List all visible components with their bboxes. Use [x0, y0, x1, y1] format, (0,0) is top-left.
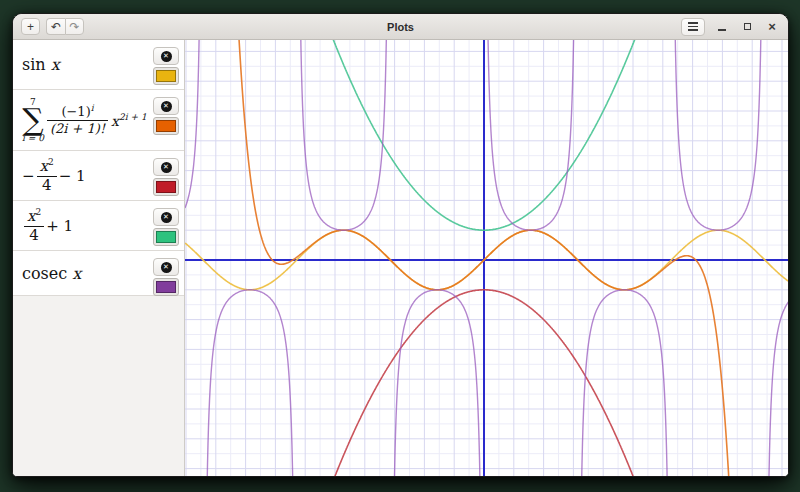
minimize-button[interactable] [714, 19, 730, 35]
maximize-icon [744, 23, 751, 30]
menu-button[interactable] [681, 18, 705, 36]
equation-sidebar: sin x ✕ 7 ∑ i = 0 [13, 40, 185, 476]
hamburger-icon [688, 22, 698, 24]
titlebar[interactable]: + ↶ ↷ Plots × [13, 14, 788, 40]
color-swatch [156, 120, 176, 132]
maximize-button[interactable] [739, 19, 755, 35]
plot-area[interactable] [185, 40, 788, 476]
delete-equation-button[interactable]: ✕ [153, 47, 179, 65]
delete-equation-button[interactable]: ✕ [153, 208, 179, 226]
color-swatch-button[interactable] [153, 178, 179, 196]
sigma-symbol: ∑ [22, 107, 43, 133]
redo-icon: ↷ [69, 21, 79, 33]
equation-formula[interactable]: cosec x [22, 264, 152, 283]
color-swatch-button[interactable] [153, 228, 179, 246]
delete-equation-button[interactable]: ✕ [153, 97, 179, 115]
window-content: sin x ✕ 7 ∑ i = 0 [13, 40, 788, 476]
equation-row-pos-parabola[interactable]: x2 4 + 1 ✕ [13, 201, 184, 251]
redo-button[interactable]: ↷ [65, 18, 84, 35]
undo-icon: ↶ [51, 21, 61, 33]
minimize-icon [718, 29, 726, 31]
color-swatch-button[interactable] [153, 278, 179, 296]
equation-formula[interactable]: 7 ∑ i = 0 (−1)i (2i + 1)! x2i + 1 [22, 97, 152, 143]
delete-equation-button[interactable]: ✕ [153, 158, 179, 176]
plus-icon: + [27, 21, 34, 33]
color-swatch [156, 181, 176, 193]
equation-formula[interactable]: x2 4 + 1 [22, 208, 152, 244]
undo-button[interactable]: ↶ [46, 18, 65, 35]
remove-icon: ✕ [161, 262, 172, 273]
add-equation-button[interactable]: + [21, 18, 40, 35]
close-icon: × [768, 20, 776, 33]
delete-equation-button[interactable]: ✕ [153, 258, 179, 276]
equation-row-neg-parabola[interactable]: − x2 4 − 1 ✕ [13, 151, 184, 201]
window-title: Plots [13, 21, 788, 33]
close-button[interactable]: × [764, 19, 780, 35]
equation-row-sin[interactable]: sin x ✕ [13, 40, 184, 90]
plot-canvas[interactable] [185, 40, 789, 477]
equation-formula[interactable]: − x2 4 − 1 [22, 158, 152, 194]
equation-formula[interactable]: sin x [22, 55, 152, 74]
color-swatch-button[interactable] [153, 67, 179, 85]
color-swatch [156, 70, 176, 82]
plots-window: + ↶ ↷ Plots × [12, 13, 789, 477]
color-swatch-button[interactable] [153, 117, 179, 135]
color-swatch [156, 281, 176, 293]
remove-icon: ✕ [161, 212, 172, 223]
color-swatch [156, 231, 176, 243]
remove-icon: ✕ [161, 162, 172, 173]
remove-icon: ✕ [161, 51, 172, 62]
equation-row-cosec[interactable]: cosec x ✕ [13, 251, 184, 296]
remove-icon: ✕ [161, 101, 172, 112]
equation-row-taylor[interactable]: 7 ∑ i = 0 (−1)i (2i + 1)! x2i + 1 ✕ [13, 90, 184, 151]
